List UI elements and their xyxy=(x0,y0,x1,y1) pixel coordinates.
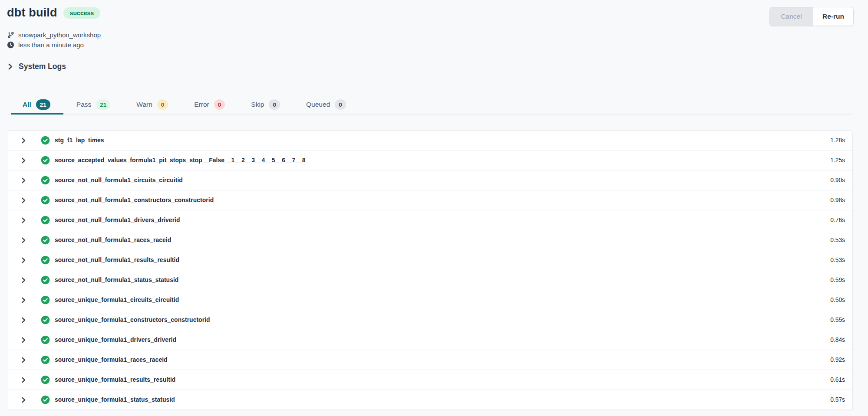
check-circle-icon xyxy=(41,375,50,384)
node-duration: 0.55s xyxy=(830,317,845,323)
check-circle-icon xyxy=(41,196,50,205)
status-filter-tabs: All 21 Pass 21 Warn 0 Error 0 Skip 0 Que… xyxy=(7,95,853,115)
node-name: stg_f1_lap_times xyxy=(55,137,104,144)
chevron-right-icon[interactable] xyxy=(20,277,26,284)
tab-queued[interactable]: Queued 0 xyxy=(293,95,359,114)
tab-count-badge: 0 xyxy=(214,99,225,110)
tab-count-badge: 0 xyxy=(157,99,168,110)
check-circle-icon xyxy=(41,216,50,225)
time-row: less than a minute ago xyxy=(7,40,854,50)
check-circle-icon xyxy=(41,236,50,245)
node-name: source_unique_formula1_races_raceid xyxy=(55,357,168,363)
system-logs-toggle[interactable]: System Logs xyxy=(7,62,66,71)
result-row[interactable]: source_not_null_formula1_constructors_co… xyxy=(7,190,852,210)
node-name: source_not_null_formula1_results_resulti… xyxy=(55,257,179,263)
node-name: source_not_null_formula1_constructors_co… xyxy=(55,197,214,203)
run-actions: Cancel Re-run xyxy=(769,7,854,26)
node-duration: 0.98s xyxy=(830,197,845,203)
result-row[interactable]: stg_f1_lap_times 1.28s xyxy=(7,131,852,151)
tab-error[interactable]: Error 0 xyxy=(181,95,238,114)
header: dbt build success Cancel Re-run xyxy=(7,6,854,26)
tab-label: All xyxy=(23,101,31,108)
check-circle-icon xyxy=(41,295,50,305)
chevron-right-icon xyxy=(7,63,13,70)
result-row[interactable]: source_unique_formula1_constructors_cons… xyxy=(7,310,852,330)
check-circle-icon xyxy=(41,136,50,145)
result-row[interactable]: source_not_null_formula1_results_resulti… xyxy=(7,250,852,270)
check-circle-icon xyxy=(41,315,50,324)
check-circle-icon xyxy=(41,255,50,265)
rerun-button[interactable]: Re-run xyxy=(813,7,854,26)
system-logs-label: System Logs xyxy=(19,62,66,71)
node-name: source_unique_formula1_status_statusid xyxy=(55,396,175,403)
results-list: stg_f1_lap_times 1.28s source_accepted_v… xyxy=(7,130,853,410)
result-row[interactable]: source_unique_formula1_drivers_driverid … xyxy=(7,330,852,350)
status-badge: success xyxy=(63,7,100,19)
check-circle-icon xyxy=(41,176,50,185)
run-meta: snowpark_python_workshop less than a min… xyxy=(7,30,854,50)
chevron-right-icon[interactable] xyxy=(20,396,26,403)
node-duration: 0.53s xyxy=(830,237,845,243)
node-duration: 0.76s xyxy=(830,217,845,223)
tab-count-badge: 0 xyxy=(269,99,280,110)
chevron-right-icon[interactable] xyxy=(20,157,26,164)
result-row[interactable]: source_not_null_formula1_circuits_circui… xyxy=(7,170,852,190)
tab-count-badge: 0 xyxy=(335,99,346,110)
node-name: source_not_null_formula1_status_statusid xyxy=(55,277,178,283)
tab-count-badge: 21 xyxy=(96,99,110,110)
chevron-right-icon[interactable] xyxy=(20,237,26,244)
chevron-right-icon[interactable] xyxy=(20,197,26,204)
node-duration: 0.59s xyxy=(830,277,845,283)
clock-icon xyxy=(7,41,14,49)
title-wrap: dbt build success xyxy=(7,6,100,20)
branch-name: snowpark_python_workshop xyxy=(18,31,101,39)
chevron-right-icon[interactable] xyxy=(20,177,26,184)
result-row[interactable]: source_not_null_formula1_drivers_driveri… xyxy=(7,210,852,230)
result-row[interactable]: source_unique_formula1_races_raceid 0.92… xyxy=(7,350,852,370)
run-detail-page: dbt build success Cancel Re-run snowpark… xyxy=(0,0,868,410)
check-circle-icon xyxy=(41,335,50,344)
check-circle-icon xyxy=(41,395,50,404)
time-ago: less than a minute ago xyxy=(18,41,84,49)
tab-pass[interactable]: Pass 21 xyxy=(63,95,124,114)
tab-label: Skip xyxy=(251,101,264,108)
result-row[interactable]: source_not_null_formula1_status_statusid… xyxy=(7,270,852,290)
node-duration: 0.92s xyxy=(830,357,845,363)
tab-label: Queued xyxy=(306,101,330,108)
tab-label: Warn xyxy=(136,101,152,108)
check-circle-icon xyxy=(41,355,50,364)
node-duration: 1.28s xyxy=(830,137,845,144)
cancel-button[interactable]: Cancel xyxy=(769,7,813,26)
chevron-right-icon[interactable] xyxy=(20,297,26,304)
result-row[interactable]: source_unique_formula1_status_statusid 0… xyxy=(7,390,852,410)
node-name: source_not_null_formula1_circuits_circui… xyxy=(55,177,183,183)
node-duration: 0.53s xyxy=(830,257,845,263)
tab-warn[interactable]: Warn 0 xyxy=(123,95,181,114)
tab-all[interactable]: All 21 xyxy=(11,95,63,114)
result-row[interactable]: source_unique_formula1_circuits_circuiti… xyxy=(7,290,852,310)
chevron-right-icon[interactable] xyxy=(20,337,26,344)
chevron-right-icon[interactable] xyxy=(20,137,26,144)
chevron-right-icon[interactable] xyxy=(20,377,26,383)
check-circle-icon xyxy=(41,275,50,285)
node-duration: 0.90s xyxy=(830,177,845,183)
chevron-right-icon[interactable] xyxy=(20,357,26,364)
node-name: source_not_null_formula1_drivers_driveri… xyxy=(55,217,180,223)
result-row[interactable]: source_unique_formula1_results_resultid … xyxy=(7,370,852,390)
chevron-right-icon[interactable] xyxy=(20,257,26,264)
check-circle-icon xyxy=(41,156,50,165)
node-name: source_not_null_formula1_races_raceid xyxy=(55,237,171,243)
tab-skip[interactable]: Skip 0 xyxy=(238,95,293,114)
node-duration: 0.57s xyxy=(830,396,845,403)
node-name: source_unique_formula1_results_resultid xyxy=(55,377,175,383)
node-name: source_accepted_values_formula1_pit_stop… xyxy=(55,157,306,164)
chevron-right-icon[interactable] xyxy=(20,317,26,324)
branch-row: snowpark_python_workshop xyxy=(7,30,854,40)
node-name: source_unique_formula1_circuits_circuiti… xyxy=(55,297,179,303)
result-row[interactable]: source_not_null_formula1_races_raceid 0.… xyxy=(7,230,852,250)
tab-label: Error xyxy=(194,101,209,108)
tab-count-badge: 21 xyxy=(36,99,50,110)
page-title: dbt build xyxy=(7,6,57,20)
result-row[interactable]: source_accepted_values_formula1_pit_stop… xyxy=(7,151,852,170)
chevron-right-icon[interactable] xyxy=(20,217,26,224)
